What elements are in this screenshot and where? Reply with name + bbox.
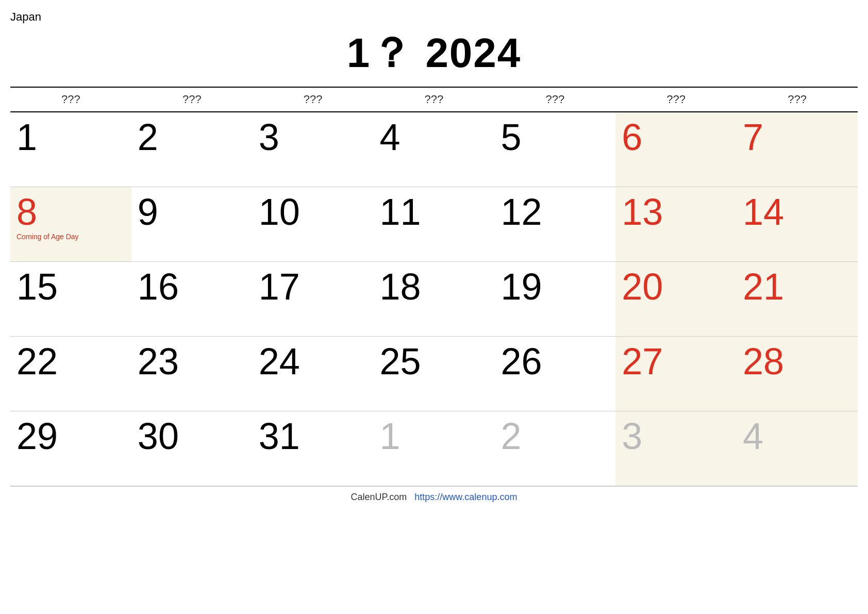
- calendar-cell: 1: [374, 411, 495, 486]
- calendar-title: 1？ 2024: [10, 26, 858, 81]
- day-number: 20: [622, 266, 663, 307]
- day-number: 24: [259, 341, 300, 382]
- day-number: 8: [16, 191, 37, 233]
- day-header-row: ?????????????????????: [10, 87, 858, 112]
- calendar-cell: 27: [615, 336, 737, 411]
- day-number: 5: [500, 117, 521, 158]
- calendar-cell: 19: [494, 261, 615, 336]
- calendar-cell: 1: [10, 112, 131, 187]
- footer-url: https://www.calenup.com: [414, 492, 517, 502]
- calendar-cell: 4: [737, 411, 858, 486]
- day-number: 2: [500, 416, 521, 457]
- day-number: 27: [622, 341, 663, 382]
- calendar-cell: 13: [615, 187, 737, 261]
- calendar-cell: 6: [615, 112, 737, 187]
- footer: CalenUP.com https://www.calenup.com: [10, 486, 858, 513]
- day-number: 28: [743, 341, 784, 382]
- calendar-cell: 17: [253, 261, 374, 336]
- day-number: 4: [743, 416, 763, 457]
- calendar-cell: 16: [131, 261, 253, 336]
- calendar-cell: 31: [253, 411, 374, 486]
- day-header-0: ???: [10, 87, 131, 112]
- week-row-2: 15161718192021: [10, 261, 858, 336]
- day-number: 7: [743, 117, 763, 158]
- day-number: 22: [16, 341, 58, 382]
- day-number: 4: [380, 117, 400, 158]
- calendar-cell: 18: [374, 261, 495, 336]
- day-number: 3: [622, 416, 642, 457]
- day-number: 26: [500, 341, 542, 382]
- week-row-0: 1234567: [10, 112, 858, 187]
- holiday-label: Coming of Age Day: [16, 233, 125, 241]
- day-number: 9: [138, 191, 158, 233]
- calendar-cell: 23: [131, 336, 253, 411]
- calendar-cell: 25: [374, 336, 495, 411]
- calendar-cell: 4: [374, 112, 495, 187]
- calendar-cell: 28: [737, 336, 858, 411]
- calendar-grid: ????????????????????? 12345678Coming of …: [10, 87, 858, 486]
- calendar-cell: 9: [131, 187, 253, 261]
- calendar-cell: 12: [494, 187, 615, 261]
- day-number: 29: [16, 416, 58, 457]
- calendar-cell: 2: [131, 112, 253, 187]
- day-number: 3: [259, 117, 279, 158]
- day-number: 25: [380, 341, 421, 382]
- calendar-cell: 22: [10, 336, 131, 411]
- calendar-cell: 7: [737, 112, 858, 187]
- calendar-cell: 20: [615, 261, 737, 336]
- day-header-1: ???: [131, 87, 253, 112]
- day-header-3: ???: [374, 87, 495, 112]
- day-number: 1: [380, 416, 400, 457]
- week-row-3: 22232425262728: [10, 336, 858, 411]
- calendar-cell: 11: [374, 187, 495, 261]
- day-number: 21: [743, 266, 784, 307]
- day-header-6: ???: [737, 87, 858, 112]
- day-number: 1: [16, 117, 37, 158]
- day-number: 14: [743, 191, 784, 233]
- day-number: 15: [16, 266, 58, 307]
- calendar-cell: 2: [494, 411, 615, 486]
- day-number: 16: [138, 266, 179, 307]
- calendar-cell: 26: [494, 336, 615, 411]
- day-header-5: ???: [615, 87, 737, 112]
- day-number: 23: [138, 341, 179, 382]
- calendar-cell: 5: [494, 112, 615, 187]
- day-number: 2: [138, 117, 158, 158]
- day-number: 18: [380, 266, 421, 307]
- calendar-cell: 21: [737, 261, 858, 336]
- day-number: 11: [380, 191, 421, 233]
- day-number: 10: [259, 191, 300, 233]
- calendar-container: Japan 1？ 2024 ????????????????????? 1234…: [0, 0, 868, 513]
- country-label: Japan: [10, 10, 858, 24]
- calendar-cell: 24: [253, 336, 374, 411]
- calendar-cell: 30: [131, 411, 253, 486]
- calendar-cell: 8Coming of Age Day: [10, 187, 131, 261]
- week-row-4: 2930311234: [10, 411, 858, 486]
- footer-site: CalenUP.com: [351, 492, 407, 502]
- calendar-cell: 10: [253, 187, 374, 261]
- calendar-cell: 15: [10, 261, 131, 336]
- day-number: 6: [622, 117, 642, 158]
- calendar-cell: 3: [615, 411, 737, 486]
- day-header-4: ???: [494, 87, 615, 112]
- day-number: 13: [622, 191, 663, 233]
- calendar-cell: 3: [253, 112, 374, 187]
- calendar-cell: 14: [737, 187, 858, 261]
- day-header-2: ???: [253, 87, 374, 112]
- week-row-1: 8Coming of Age Day91011121314: [10, 187, 858, 261]
- calendar-cell: 29: [10, 411, 131, 486]
- day-number: 17: [259, 266, 300, 307]
- day-number: 30: [138, 416, 179, 457]
- day-number: 31: [259, 416, 300, 457]
- day-number: 19: [500, 266, 542, 307]
- day-number: 12: [500, 191, 542, 233]
